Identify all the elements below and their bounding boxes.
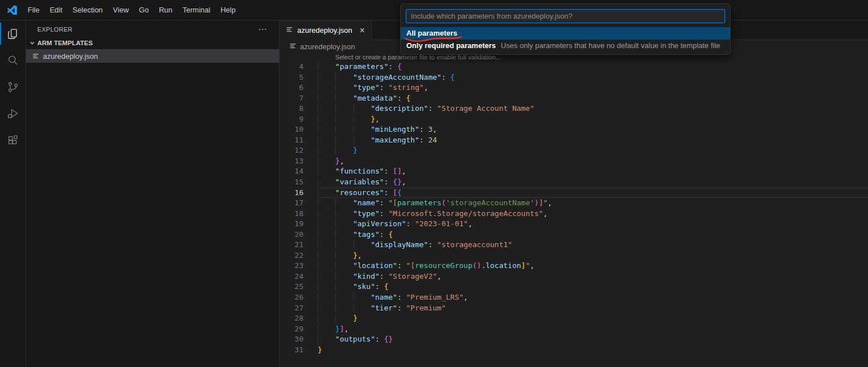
menu-item-go[interactable]: Go — [134, 0, 154, 20]
file-item-azuredeploy-json[interactable]: azuredeploy.json — [26, 49, 279, 63]
line-number: 15 — [280, 177, 303, 188]
quickpick-item-0[interactable]: All parameters — [401, 27, 730, 40]
code-editor[interactable]: Select or create a parameter file to ena… — [280, 53, 868, 367]
tab-azuredeploy-json[interactable]: azuredeploy.json × — [280, 20, 372, 40]
line-content[interactable]: "description": "Storage Account Name" — [318, 103, 868, 114]
line-content[interactable]: } — [318, 345, 868, 356]
line-content[interactable]: "outputs": {} — [318, 334, 868, 345]
line-number: 24 — [280, 271, 303, 282]
code-line-22: 22 }, — [280, 251, 868, 261]
quickpick-item-label: Only required parameters — [406, 41, 496, 50]
tab-label: azuredeploy.json — [297, 26, 352, 34]
code-line-14: 14 "functions": [], — [280, 166, 868, 177]
line-content[interactable]: "minLength": 3, — [318, 124, 868, 135]
line-number: 11 — [280, 135, 303, 146]
line-number: 30 — [280, 334, 303, 345]
breadcrumb-item: azuredeploy.json — [300, 42, 355, 51]
line-number: 20 — [280, 230, 303, 240]
line-number: 5 — [280, 72, 303, 83]
code-line-11: 11 "maxLength": 24 — [280, 135, 868, 146]
line-content[interactable]: } — [318, 313, 868, 324]
line-content[interactable]: }, — [318, 114, 868, 125]
line-content[interactable]: "parameters": { — [318, 62, 868, 72]
code-line-10: 10 "minLength": 3, — [280, 124, 868, 135]
code-line-23: 23 "location": "[resourceGroup().locatio… — [280, 261, 868, 271]
line-content[interactable]: "sku": { — [318, 282, 868, 292]
menu-item-terminal[interactable]: Terminal — [177, 0, 215, 20]
code-line-18: 18 "type": "Microsoft.Storage/storageAcc… — [280, 209, 868, 219]
more-actions-icon[interactable]: ⋯ — [258, 27, 267, 32]
chevron-down-icon — [28, 38, 37, 48]
line-content[interactable]: "tags": { — [318, 230, 868, 240]
code-line-19: 19 "apiVersion": "2023-01-01", — [280, 219, 868, 230]
line-number: 10 — [280, 124, 303, 135]
code-line-25: 25 "sku": { — [280, 282, 868, 292]
line-content[interactable]: "type": "string", — [318, 83, 868, 93]
code-line-13: 13 }, — [280, 156, 868, 167]
quickpick-item-1[interactable]: Only required parametersUses only parame… — [401, 40, 730, 52]
code-line-7: 7 "metadata": { — [280, 93, 868, 104]
extensions-icon[interactable] — [0, 127, 25, 153]
run-and-debug-icon[interactable] — [0, 100, 25, 127]
line-content[interactable]: "maxLength": 24 — [318, 135, 868, 146]
line-number: 25 — [280, 282, 303, 292]
menu-item-edit[interactable]: Edit — [45, 0, 67, 20]
line-number: 4 — [280, 62, 303, 72]
source-control-icon[interactable] — [0, 74, 25, 100]
line-content[interactable]: "location": "[resourceGroup().location]"… — [318, 261, 868, 271]
explorer-header: EXPLORER ⋯ — [26, 20, 279, 37]
line-content[interactable]: "functions": [], — [318, 166, 868, 177]
line-number: 28 — [280, 313, 303, 324]
line-content[interactable]: "kind": "StorageV2", — [318, 271, 868, 282]
line-content[interactable]: "resources": [{ — [318, 188, 868, 198]
menu-item-selection[interactable]: Selection — [67, 0, 107, 20]
menu-item-file[interactable]: File — [23, 0, 45, 20]
search-icon[interactable] — [0, 47, 25, 74]
explorer-title: EXPLORER — [37, 26, 72, 33]
line-content[interactable]: "variables": {}, — [318, 177, 868, 188]
code-line-24: 24 "kind": "StorageV2", — [280, 271, 868, 282]
code-line-4: 4 "parameters": { — [280, 62, 868, 72]
line-number: 7 — [280, 93, 303, 104]
line-content[interactable]: }], — [318, 324, 868, 335]
line-content[interactable]: "displayName": "storageaccount1" — [318, 240, 868, 251]
line-number: 27 — [280, 303, 303, 314]
code-line-20: 20 "tags": { — [280, 230, 868, 240]
code-line-30: 30 "outputs": {} — [280, 334, 868, 345]
line-content[interactable]: "storageAccountName": { — [318, 72, 868, 83]
code-line-12: 12 } — [280, 145, 868, 156]
code-line-6: 6 "type": "string", — [280, 83, 868, 93]
line-number: 6 — [280, 83, 303, 93]
line-number: 18 — [280, 209, 303, 219]
menu-item-help[interactable]: Help — [215, 0, 241, 20]
line-number: 31 — [280, 345, 303, 356]
sidebar-section-arm-templates[interactable]: ARM TEMPLATES — [26, 37, 279, 49]
menu-item-view[interactable]: View — [108, 0, 134, 20]
line-content[interactable]: "name": "[parameters('storageAccountName… — [318, 198, 868, 209]
code-line-17: 17 "name": "[parameters('storageAccountN… — [280, 198, 868, 209]
line-content[interactable]: "metadata": { — [318, 93, 868, 104]
menu-item-run[interactable]: Run — [154, 0, 177, 20]
quick-input-field[interactable] — [406, 9, 725, 23]
line-number: 23 — [280, 261, 303, 271]
line-content[interactable]: "type": "Microsoft.Storage/storageAccoun… — [318, 209, 868, 219]
line-content[interactable]: } — [318, 145, 868, 156]
line-number: 17 — [280, 198, 303, 209]
line-content[interactable]: "tier": "Premium" — [318, 303, 868, 314]
line-content[interactable]: }, — [318, 156, 868, 167]
explorer-icon[interactable] — [0, 20, 25, 47]
line-content[interactable]: "name": "Premium_LRS", — [318, 292, 868, 303]
section-label: ARM TEMPLATES — [37, 40, 93, 46]
line-content[interactable]: }, — [318, 251, 868, 261]
close-tab-icon[interactable]: × — [359, 27, 364, 34]
code-line-5: 5 "storageAccountName": { — [280, 72, 868, 83]
line-number: 14 — [280, 166, 303, 177]
line-content[interactable]: "apiVersion": "2023-01-01", — [318, 219, 868, 230]
editor-group: azuredeploy.json × azuredeploy.json Sele… — [280, 20, 868, 367]
explorer-sidebar: EXPLORER ⋯ ARM TEMPLATES azuredeploy.jso… — [26, 20, 280, 367]
line-number: 19 — [280, 219, 303, 230]
line-number: 29 — [280, 324, 303, 335]
quick-input-list: All parametersOnly required parametersUs… — [401, 27, 730, 52]
line-number: 21 — [280, 240, 303, 251]
line-number: 9 — [280, 114, 303, 125]
